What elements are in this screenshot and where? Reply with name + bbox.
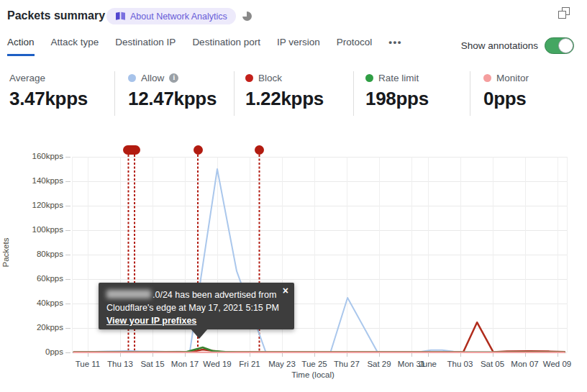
y-tick-label: 60kpps bbox=[0, 274, 63, 283]
stat-divider bbox=[114, 71, 115, 116]
y-tick-label: 20kpps bbox=[0, 323, 63, 332]
stat-value: 3.47kpps bbox=[9, 88, 88, 110]
y-tick-label: 140kpps bbox=[0, 176, 63, 185]
tooltip-caret bbox=[191, 329, 208, 339]
monitor-dot-icon bbox=[483, 74, 491, 82]
annotation-marker[interactable] bbox=[123, 145, 140, 155]
stat-block: Block 1.22kpps bbox=[245, 72, 324, 110]
show-annotations-label: Show annotations bbox=[461, 40, 538, 51]
tab-destination-port[interactable]: Destination port bbox=[192, 37, 260, 56]
tab-destination-ip[interactable]: Destination IP bbox=[115, 37, 176, 56]
y-tick-mark bbox=[65, 230, 70, 231]
stat-value: 12.47kpps bbox=[128, 88, 217, 110]
block-dot-icon bbox=[245, 74, 253, 82]
show-annotations-control: Show annotations bbox=[461, 37, 574, 54]
badge-label: About Network Analytics bbox=[130, 12, 227, 22]
packets-time-series-chart: Packets Time (local) 0pps20kpps40kpps60k… bbox=[0, 137, 587, 392]
network-analytics-panel: Packets summary About Network Analytics … bbox=[0, 0, 587, 392]
stat-divider bbox=[470, 71, 470, 116]
more-tabs-icon[interactable]: ••• bbox=[388, 37, 402, 56]
y-tick-label: 160kpps bbox=[0, 152, 63, 160]
restore-window-icon[interactable] bbox=[558, 7, 570, 19]
stat-divider bbox=[234, 71, 235, 116]
y-tick-label: 0pps bbox=[0, 347, 63, 356]
toggle-knob bbox=[558, 38, 573, 53]
y-tick-mark bbox=[65, 279, 70, 280]
y-tick-mark bbox=[65, 181, 70, 182]
stat-rate-limit: Rate limit 198pps bbox=[365, 72, 429, 110]
annotation-marker[interactable] bbox=[194, 145, 203, 155]
dimension-tabs: Action Attack type Destination IP Destin… bbox=[7, 36, 402, 56]
stat-label: Rate limit bbox=[378, 73, 419, 83]
tab-attack-type[interactable]: Attack type bbox=[51, 37, 99, 56]
stat-label: Average bbox=[9, 73, 45, 83]
y-tick-mark bbox=[65, 328, 70, 329]
stat-average: Average 3.47kpps bbox=[9, 72, 88, 110]
y-tick-label: 80kpps bbox=[0, 250, 63, 258]
y-tick-label: 100kpps bbox=[0, 225, 63, 234]
y-tick-mark bbox=[65, 157, 70, 158]
tooltip-line1: .0/24 has been advertised from bbox=[106, 288, 287, 301]
stat-value: 1.22kpps bbox=[245, 88, 324, 110]
show-annotations-toggle[interactable] bbox=[545, 37, 574, 54]
y-tick-label: 40kpps bbox=[0, 298, 63, 307]
tab-action[interactable]: Action bbox=[7, 37, 35, 56]
x-tick-label: Wed 09 bbox=[535, 360, 580, 368]
x-axis-title: Time (local) bbox=[266, 370, 360, 379]
y-tick-mark bbox=[65, 206, 70, 206]
view-ip-prefixes-link[interactable]: View your IP prefixes bbox=[106, 316, 196, 326]
tab-protocol[interactable]: Protocol bbox=[337, 37, 373, 56]
book-icon bbox=[115, 12, 126, 21]
stat-value: 198pps bbox=[365, 88, 429, 110]
restore-front-square bbox=[558, 11, 566, 19]
close-icon[interactable]: × bbox=[283, 286, 288, 296]
allow-dot-icon bbox=[128, 74, 136, 82]
page-title: Packets summary bbox=[7, 9, 105, 22]
y-tick-label: 120kpps bbox=[0, 201, 63, 209]
stat-label: Block bbox=[258, 73, 282, 83]
redacted-ip-prefix bbox=[106, 290, 151, 298]
stat-label: Allow bbox=[141, 73, 164, 83]
stat-divider bbox=[353, 71, 354, 116]
pie-status-icon bbox=[242, 12, 252, 21]
annotation-marker[interactable] bbox=[255, 145, 264, 155]
y-tick-mark bbox=[65, 255, 70, 255]
stat-monitor: Monitor 0pps bbox=[483, 72, 529, 110]
stat-value: 0pps bbox=[483, 88, 529, 110]
rate-limit-dot-icon bbox=[365, 74, 373, 82]
y-tick-mark bbox=[65, 352, 70, 353]
y-tick-mark bbox=[65, 304, 70, 304]
info-icon[interactable]: i bbox=[169, 73, 178, 83]
tooltip-line2: Cloudflare's edge at May 17, 2021 5:15 P… bbox=[106, 301, 287, 314]
stat-label: Monitor bbox=[496, 73, 529, 83]
annotation-tooltip: × .0/24 has been advertised from Cloudfl… bbox=[99, 283, 294, 329]
tab-ip-version[interactable]: IP version bbox=[277, 37, 320, 56]
about-network-analytics-badge[interactable]: About Network Analytics bbox=[106, 8, 236, 24]
stat-allow: Allow i 12.47kpps bbox=[128, 72, 217, 110]
